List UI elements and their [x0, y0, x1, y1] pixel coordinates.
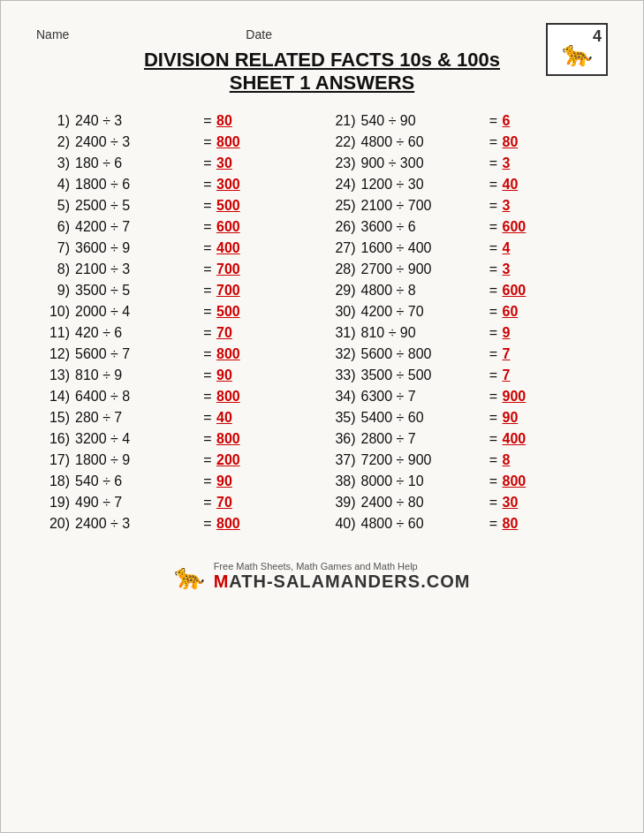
title-section: DIVISION RELATED FACTS 10s & 100s SHEET …: [36, 49, 608, 95]
problem-row: 32) 5600 ÷ 800 = 7: [322, 344, 609, 365]
prob-equals: =: [485, 367, 503, 383]
prob-equation: 1800 ÷ 6: [75, 177, 199, 193]
prob-equals: =: [199, 240, 216, 256]
prob-answer: 800: [216, 134, 256, 150]
prob-answer: 500: [216, 304, 256, 320]
prob-equals: =: [199, 452, 216, 468]
prob-equation: 240 ÷ 3: [75, 113, 199, 129]
prob-answer: 300: [216, 177, 256, 193]
prob-equals: =: [485, 516, 503, 532]
prob-answer: 800: [503, 473, 542, 489]
prob-number: 21): [322, 113, 356, 129]
logo-number: 4: [593, 27, 602, 46]
prob-equals: =: [485, 261, 503, 277]
prob-equation: 6300 ÷ 7: [361, 389, 485, 405]
prob-number: 2): [36, 134, 70, 150]
footer-brand: MATH-SALAMANDERS.COM: [214, 572, 471, 592]
footer-tagline: Free Math Sheets, Math Games and Math He…: [214, 561, 418, 572]
problem-row: 30) 4200 ÷ 70 = 60: [322, 301, 609, 322]
prob-answer: 30: [503, 495, 542, 511]
footer-text: Free Math Sheets, Math Games and Math He…: [214, 561, 471, 592]
prob-equals: =: [199, 134, 216, 150]
prob-equation: 3200 ÷ 4: [75, 431, 199, 447]
prob-equation: 5400 ÷ 60: [361, 410, 485, 426]
prob-number: 40): [322, 516, 356, 532]
problem-row: 35) 5400 ÷ 60 = 90: [322, 407, 609, 428]
prob-equation: 280 ÷ 7: [75, 410, 199, 426]
prob-answer: 800: [216, 346, 256, 362]
problem-row: 28) 2700 ÷ 900 = 3: [322, 259, 609, 280]
prob-equation: 810 ÷ 9: [75, 367, 199, 383]
problem-row: 9) 3500 ÷ 5 = 700: [36, 280, 322, 301]
logo-icon: 🐆: [562, 39, 593, 68]
prob-equals: =: [199, 325, 216, 341]
footer: 🐆 Free Math Sheets, Math Games and Math …: [36, 561, 608, 592]
prob-answer: 70: [216, 325, 256, 341]
problem-row: 33) 3500 ÷ 500 = 7: [322, 365, 609, 386]
prob-answer: 400: [216, 240, 256, 256]
prob-equation: 2700 ÷ 900: [361, 261, 485, 277]
prob-equation: 2400 ÷ 3: [75, 134, 199, 150]
prob-answer: 8: [503, 452, 542, 468]
prob-number: 8): [36, 261, 70, 277]
prob-equals: =: [199, 431, 216, 447]
prob-equals: =: [485, 134, 503, 150]
prob-equation: 2400 ÷ 80: [361, 495, 485, 511]
problem-row: 25) 2100 ÷ 700 = 3: [322, 195, 609, 216]
prob-answer: 9: [503, 325, 542, 341]
title-line1: DIVISION RELATED FACTS 10s & 100s: [36, 49, 608, 72]
prob-number: 33): [322, 367, 356, 383]
prob-equals: =: [485, 113, 503, 129]
prob-number: 32): [322, 346, 356, 362]
prob-number: 31): [322, 325, 356, 341]
prob-equals: =: [199, 495, 216, 511]
prob-equals: =: [485, 240, 503, 256]
problem-row: 26) 3600 ÷ 6 = 600: [322, 216, 609, 238]
prob-number: 3): [36, 155, 70, 171]
prob-answer: 80: [216, 113, 256, 129]
prob-answer: 600: [503, 219, 542, 235]
problem-row: 19) 490 ÷ 7 = 70: [36, 492, 322, 513]
problem-row: 5) 2500 ÷ 5 = 500: [36, 195, 322, 216]
prob-number: 39): [322, 495, 356, 511]
prob-equation: 490 ÷ 7: [75, 495, 199, 511]
prob-number: 23): [322, 155, 356, 171]
prob-equation: 3600 ÷ 9: [75, 240, 199, 256]
prob-equals: =: [199, 367, 216, 383]
prob-answer: 7: [503, 346, 542, 362]
prob-answer: 6: [503, 113, 542, 129]
prob-equals: =: [485, 431, 503, 447]
prob-number: 38): [322, 473, 356, 489]
problem-row: 6) 4200 ÷ 7 = 600: [36, 216, 322, 238]
prob-number: 24): [322, 177, 356, 193]
prob-answer: 700: [216, 283, 256, 299]
prob-number: 11): [36, 325, 70, 341]
prob-answer: 30: [216, 155, 256, 171]
problem-row: 36) 2800 ÷ 7 = 400: [322, 428, 609, 450]
prob-equation: 2100 ÷ 3: [75, 261, 199, 277]
prob-answer: 80: [503, 134, 542, 150]
problems-grid: 1) 240 ÷ 3 = 80 2) 2400 ÷ 3 = 800 3) 180…: [36, 110, 608, 534]
prob-equation: 3500 ÷ 500: [361, 367, 485, 383]
prob-equation: 5600 ÷ 7: [75, 346, 199, 362]
prob-number: 5): [36, 198, 70, 214]
prob-number: 36): [322, 431, 356, 447]
prob-number: 26): [322, 219, 356, 235]
prob-answer: 7: [503, 367, 542, 383]
prob-equals: =: [485, 389, 503, 405]
prob-equals: =: [485, 452, 503, 468]
prob-equation: 6400 ÷ 8: [75, 389, 199, 405]
prob-answer: 4: [503, 240, 542, 256]
prob-answer: 900: [503, 389, 542, 405]
prob-equals: =: [485, 495, 503, 511]
prob-equation: 2500 ÷ 5: [75, 198, 199, 214]
prob-number: 1): [36, 113, 70, 129]
problem-row: 2) 2400 ÷ 3 = 800: [36, 132, 322, 153]
problem-row: 24) 1200 ÷ 30 = 40: [322, 174, 609, 195]
problem-row: 1) 240 ÷ 3 = 80: [36, 110, 322, 132]
prob-number: 9): [36, 283, 70, 299]
prob-equation: 5600 ÷ 800: [361, 346, 485, 362]
problem-row: 23) 900 ÷ 300 = 3: [322, 153, 609, 174]
prob-number: 25): [322, 198, 356, 214]
prob-equation: 1600 ÷ 400: [361, 240, 485, 256]
